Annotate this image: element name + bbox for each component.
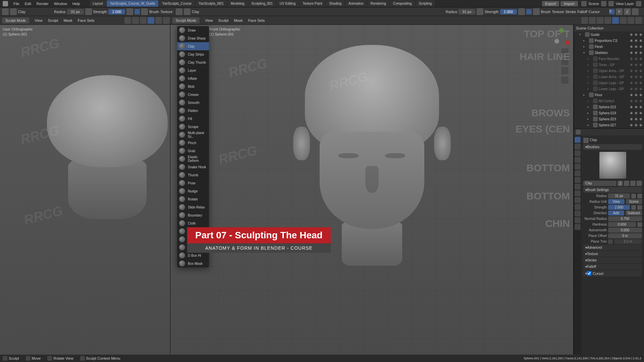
eye-icon[interactable]: ◉ <box>629 99 633 103</box>
advanced-section[interactable]: Advanced <box>583 245 642 250</box>
shading-icon-2[interactable] <box>597 17 603 24</box>
render-vis-icon[interactable]: ◉ <box>639 45 643 49</box>
disclosure-icon[interactable] <box>587 99 592 103</box>
menu-help[interactable]: Help <box>70 2 83 6</box>
select-icon[interactable]: ◉ <box>634 117 638 121</box>
camera-icon[interactable] <box>561 67 569 74</box>
disclosure-icon[interactable] <box>587 117 592 121</box>
radius-pressure-icon[interactable] <box>85 8 92 15</box>
brush-item[interactable]: Nudge <box>177 187 209 195</box>
strength-pressure-icon[interactable] <box>126 8 133 15</box>
workspace-tab[interactable]: Animation <box>345 0 367 7</box>
select-icon[interactable]: ◉ <box>634 57 638 61</box>
workspace-tab[interactable]: Layout <box>90 0 107 7</box>
brush-item[interactable]: Pose <box>177 179 209 187</box>
texture-dd-2[interactable]: Texture <box>552 10 564 14</box>
eye-icon[interactable]: ◉ <box>629 105 633 109</box>
select-icon[interactable]: ◉ <box>634 123 638 127</box>
brush-item[interactable]: Layer <box>177 66 209 74</box>
strength-pressure-icon-2[interactable] <box>518 8 525 15</box>
outliner-row[interactable]: Flesh◉◉◉ <box>574 44 644 50</box>
render-vis-icon[interactable]: ◉ <box>639 57 643 61</box>
brush-link-icon-2[interactable] <box>184 8 191 15</box>
brush-item[interactable]: Scrape <box>177 123 209 131</box>
texture-dd[interactable]: Texture <box>160 10 172 14</box>
prop-tab-constraint[interactable] <box>575 204 581 210</box>
bs-planetrim-input[interactable]: 0.5 m <box>614 239 642 244</box>
eye-icon[interactable]: ◉ <box>629 81 633 85</box>
eye-icon[interactable]: ◉ <box>629 39 633 43</box>
eye-icon[interactable]: ◉ <box>629 63 633 67</box>
eye-icon[interactable]: ◉ <box>629 117 633 121</box>
viewlayer-field[interactable]: View Layer <box>616 2 634 6</box>
cursor-dd[interactable]: Cursor <box>589 10 600 14</box>
view-menu[interactable]: View <box>32 18 45 22</box>
brush-item[interactable]: Slide Relax <box>177 203 209 211</box>
viewport-left[interactable]: User Orthographic (1) Sphere.001 <box>0 25 170 355</box>
eye-icon[interactable]: ◉ <box>629 87 633 91</box>
select-icon[interactable]: ◉ <box>634 111 638 115</box>
prop-tab-tool[interactable] <box>575 137 581 143</box>
prop-tab-particle[interactable] <box>575 190 581 196</box>
render-vis-icon[interactable]: ◉ <box>639 63 643 67</box>
eye-icon[interactable]: ◉ <box>629 69 633 73</box>
nav-gizmo[interactable] <box>553 28 570 45</box>
select-icon[interactable]: ◉ <box>634 51 638 55</box>
bs-hardness-link-icon[interactable] <box>637 222 642 227</box>
scene-field[interactable]: Scene <box>589 2 599 6</box>
disclosure-icon[interactable] <box>583 50 588 55</box>
outliner-row[interactable]: Upper Arms - GP◉◉◉ <box>574 68 644 74</box>
select-icon[interactable]: ◉ <box>634 45 638 49</box>
overlay-icon[interactable] <box>124 17 131 24</box>
options-icon[interactable] <box>632 8 639 15</box>
bs-radius-input[interactable]: 31 px <box>608 193 630 198</box>
solid-icon-2[interactable] <box>612 17 619 24</box>
render-vis-icon[interactable]: ◉ <box>639 105 643 109</box>
stroke-dd[interactable]: Stroke <box>565 10 576 14</box>
bs-planetrim-toggle[interactable] <box>608 239 613 244</box>
render-vis-icon[interactable]: ◉ <box>639 111 643 115</box>
zoom-icon[interactable] <box>561 48 569 56</box>
eye-icon[interactable]: ◉ <box>629 111 633 115</box>
brush-delete-icon[interactable] <box>637 181 642 186</box>
eye-icon[interactable]: ◉ <box>629 51 633 55</box>
render-vis-icon[interactable]: ◉ <box>639 75 643 79</box>
brush-thumb-icon-2[interactable] <box>176 8 182 15</box>
outliner-row[interactable]: Sphere.023◉◉◉ <box>574 116 644 122</box>
radius-input-2[interactable]: 31 px <box>459 9 475 14</box>
bs-radius-link-icon[interactable] <box>637 194 642 198</box>
falloff-dd[interactable]: Falloff <box>577 10 587 14</box>
strength-input[interactable]: 2.000 <box>108 9 125 14</box>
render-vis-icon[interactable]: ◉ <box>639 117 643 121</box>
sculpt-menu-2[interactable]: Sculpt <box>216 18 231 22</box>
disclosure-icon[interactable] <box>587 68 592 73</box>
brush-item[interactable]: Crease <box>177 90 209 99</box>
render-icon[interactable] <box>163 17 170 24</box>
brush-item[interactable]: Inflate <box>177 74 209 82</box>
disclosure-icon[interactable] <box>579 32 584 37</box>
bs-strength-link-icon[interactable] <box>637 205 642 210</box>
outliner-row[interactable]: Lower Arms - GP◉◉◉ <box>574 74 644 80</box>
symmetry-y-toggle[interactable]: Y <box>616 8 623 15</box>
viewport-right[interactable]: Front Orthographic (1) Sphere.001 TOP OF… <box>170 25 574 355</box>
add-toggle-2[interactable] <box>526 9 532 14</box>
brush-item[interactable]: Grab <box>177 147 209 155</box>
bs-normrad-input[interactable]: 0.750 <box>608 216 642 221</box>
prop-tab-material[interactable] <box>575 217 581 223</box>
falloff-section[interactable]: Falloff <box>583 264 642 269</box>
brush-item[interactable]: Boundary <box>177 211 209 219</box>
symmetry-z-toggle[interactable]: Z <box>624 8 631 15</box>
mode-select[interactable]: Sculpt Mode <box>2 17 29 23</box>
brush-name-field-2[interactable]: Clay <box>192 10 199 14</box>
prop-tab-data[interactable] <box>575 210 581 217</box>
bs-radius-pressure-icon[interactable] <box>631 194 636 198</box>
brush-item[interactable]: Box Mask <box>177 259 209 267</box>
scene-new-icon[interactable] <box>601 1 606 6</box>
disclosure-icon[interactable] <box>583 38 588 43</box>
select-icon[interactable]: ◉ <box>634 69 638 73</box>
brush-thumb-icon[interactable] <box>2 8 9 15</box>
brushes-section[interactable]: Brushes <box>583 144 642 150</box>
brush-item[interactable]: Clay Thumb <box>177 58 209 66</box>
outliner-panel[interactable]: Scene Collection Guide◉◉◉Proportions CS◉… <box>574 25 644 129</box>
eye-icon[interactable]: ◉ <box>629 45 633 49</box>
